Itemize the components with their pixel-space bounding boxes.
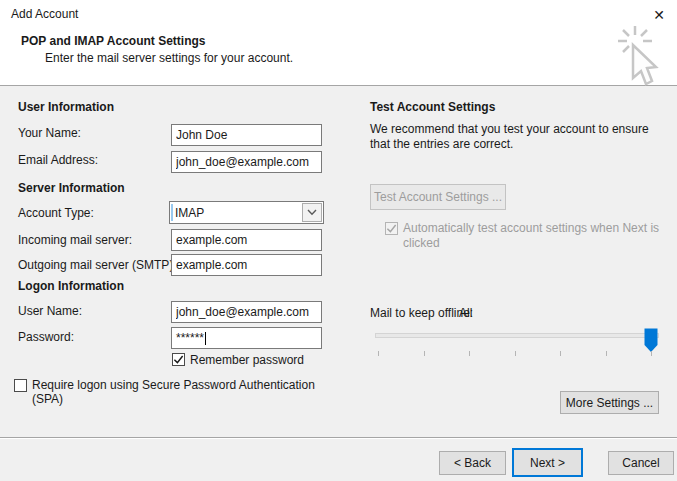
chevron-down-icon[interactable] <box>302 203 322 222</box>
check-icon <box>173 354 184 365</box>
email-address-input[interactable] <box>171 151 322 173</box>
slider-tick <box>378 351 379 356</box>
auto-test-label[interactable]: Automatically test account settings when… <box>403 221 665 251</box>
your-name-input[interactable] <box>171 124 322 146</box>
section-user-information: User Information <box>18 100 114 114</box>
back-button[interactable]: < Back <box>439 451 506 475</box>
account-type-value: IMAP <box>170 206 302 220</box>
slider-tick <box>560 351 561 356</box>
add-account-dialog: { "window": { "title": "Add Account", "c… <box>0 0 677 481</box>
slider-tick <box>651 351 652 356</box>
user-name-label: User Name: <box>18 304 82 318</box>
section-server-information: Server Information <box>18 181 125 195</box>
email-address-label: Email Address: <box>18 153 98 167</box>
account-type-select[interactable]: IMAP <box>169 201 324 224</box>
mail-offline-label: Mail to keep offline: <box>370 306 473 320</box>
incoming-server-input[interactable] <box>171 229 322 251</box>
page-subtitle: Enter the mail server settings for your … <box>45 51 293 65</box>
window-title: Add Account <box>11 7 78 21</box>
section-logon-information: Logon Information <box>18 279 124 293</box>
slider-tick <box>424 351 425 356</box>
password-input[interactable]: ****** <box>171 327 322 349</box>
your-name-label: Your Name: <box>18 126 81 140</box>
section-test-account-settings: Test Account Settings <box>370 100 495 114</box>
password-label: Password: <box>18 330 74 344</box>
cancel-button[interactable]: Cancel <box>608 451 674 475</box>
slider-tick <box>469 351 470 356</box>
offline-slider-thumb[interactable] <box>644 328 658 353</box>
auto-test-checkbox[interactable] <box>385 222 398 235</box>
account-type-label: Account Type: <box>18 206 94 220</box>
slider-tick <box>606 351 607 356</box>
spa-checkbox[interactable] <box>14 379 27 392</box>
wizard-header: Add Account ✕ POP and IMAP Account Setti… <box>0 0 677 86</box>
combo-caret <box>171 204 173 221</box>
remember-password-label[interactable]: Remember password <box>190 353 304 367</box>
close-icon[interactable]: ✕ <box>646 4 672 26</box>
next-button[interactable]: Next > <box>512 448 583 477</box>
password-masked-value: ****** <box>176 331 204 345</box>
mail-offline-value: All <box>459 306 472 320</box>
outgoing-server-label: Outgoing mail server (SMTP): <box>18 258 177 272</box>
spa-label[interactable]: Require logon using Secure Password Auth… <box>32 378 330 406</box>
user-name-input[interactable] <box>171 301 322 323</box>
page-title: POP and IMAP Account Settings <box>21 34 205 48</box>
test-account-description: We recommend that you test your account … <box>370 122 670 152</box>
incoming-server-label: Incoming mail server: <box>18 233 132 247</box>
cursor-click-icon <box>602 24 670 86</box>
test-account-settings-button[interactable]: Test Account Settings ... <box>370 184 506 210</box>
more-settings-button[interactable]: More Settings ... <box>560 391 659 414</box>
offline-slider-track[interactable] <box>375 333 659 338</box>
text-caret <box>205 332 206 345</box>
slider-tick <box>515 351 516 356</box>
remember-password-checkbox[interactable] <box>172 353 185 366</box>
check-icon <box>386 223 397 234</box>
outgoing-server-input[interactable] <box>171 254 322 276</box>
